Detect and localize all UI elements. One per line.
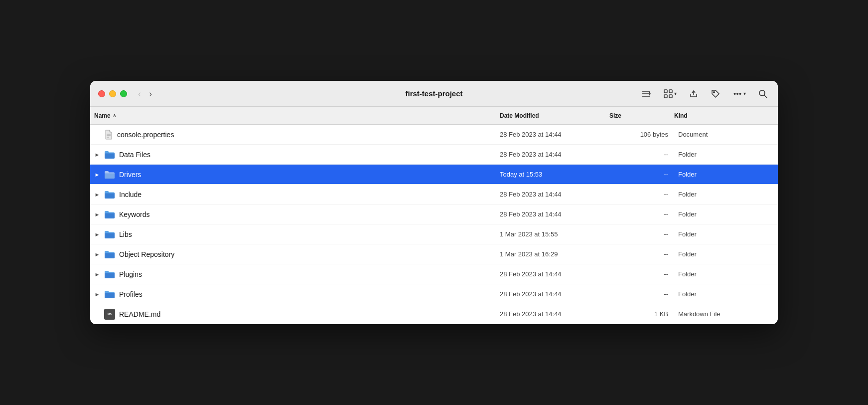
finder-window: ‹ › first-test-project [90,81,778,324]
folder-icon [104,210,115,219]
file-name-label: Profiles [119,290,143,298]
file-name-label: README.md [119,310,160,318]
table-row[interactable]: ► DriversToday at 15:53--Folder [90,165,778,185]
expand-chevron-icon[interactable]: ► [94,172,100,178]
size-cell: -- [609,230,674,238]
size-cell: -- [609,191,674,198]
kind-cell: Folder [674,210,774,218]
file-name-label: Data Files [119,151,150,159]
table-row[interactable]: MDREADME.md28 Feb 2023 at 14:441 KBMarkd… [90,304,778,324]
table-row[interactable]: ► Keywords28 Feb 2023 at 14:44--Folder [90,204,778,224]
kind-cell: Folder [674,270,774,278]
date-modified-cell: 28 Feb 2023 at 14:44 [500,151,609,158]
kind-cell: Markdown File [674,310,774,318]
grid-icon [663,89,673,99]
name-column-header[interactable]: Name ∧ [94,112,500,119]
more-button[interactable]: ▾ [730,87,748,101]
folder-icon [104,150,115,159]
file-list: console.properties28 Feb 2023 at 14:4410… [90,125,778,324]
table-row[interactable]: console.properties28 Feb 2023 at 14:4410… [90,125,778,145]
size-cell: -- [609,290,674,298]
expand-chevron-icon[interactable]: ► [94,152,100,158]
expand-chevron-icon[interactable]: ► [94,211,100,217]
search-button[interactable] [756,87,770,101]
forward-button[interactable]: › [146,87,155,100]
window-title: first-test-project [405,89,462,98]
nav-buttons: ‹ › [135,87,155,100]
tag-icon [711,89,721,99]
file-name-cell: ► Drivers [94,170,500,179]
size-cell: 106 bytes [609,131,674,138]
readme-icon: MD [104,309,115,320]
grid-chevron-icon: ▾ [674,91,677,96]
table-row[interactable]: ► Libs1 Mar 2023 at 15:55--Folder [90,224,778,244]
svg-point-10 [737,93,738,94]
size-column-header[interactable]: Size [609,112,674,119]
folder-icon [104,210,115,219]
folder-icon [104,190,115,199]
table-row[interactable]: ► Include28 Feb 2023 at 14:44--Folder [90,185,778,204]
folder-icon [104,290,115,299]
kind-cell: Folder [674,171,774,178]
expand-chevron-icon[interactable]: ► [94,231,100,237]
table-row[interactable]: ► Data Files28 Feb 2023 at 14:44--Folder [90,145,778,165]
svg-line-13 [764,95,767,98]
table-row[interactable]: ► Profiles28 Feb 2023 at 14:44--Folder [90,284,778,304]
file-name-cell: ► Libs [94,230,500,239]
date-modified-cell: Today at 15:53 [500,171,609,178]
list-view-button[interactable] [639,87,653,101]
back-button[interactable]: ‹ [135,87,144,100]
maximize-button[interactable] [120,90,127,97]
close-button[interactable] [98,90,105,97]
file-name-cell: console.properties [94,129,500,140]
folder-icon [104,230,115,239]
file-name-cell: ► Plugins [94,270,500,279]
traffic-lights [98,90,127,97]
expand-chevron-icon[interactable]: ► [94,291,100,297]
folder-icon [104,170,115,179]
folder-icon [104,170,115,179]
file-name-cell: ► Data Files [94,150,500,159]
file-icon [104,129,113,140]
folder-icon [104,290,115,299]
document-icon [104,130,113,140]
tag-button[interactable] [709,87,723,101]
folder-icon [104,250,115,259]
date-column-header[interactable]: Date Modified [500,112,609,119]
expand-chevron-icon[interactable]: ► [94,251,100,257]
size-cell: -- [609,151,674,158]
kind-column-header[interactable]: Kind [674,112,774,119]
date-modified-cell: 28 Feb 2023 at 14:44 [500,131,609,138]
date-modified-cell: 28 Feb 2023 at 14:44 [500,191,609,198]
svg-rect-6 [669,95,672,98]
column-headers: Name ∧ Date Modified Size Kind [90,107,778,125]
folder-icon [104,250,115,259]
svg-rect-3 [664,90,667,93]
share-button[interactable] [687,87,701,101]
search-icon [758,89,768,99]
file-name-label: console.properties [117,131,174,139]
svg-rect-5 [664,95,667,98]
svg-point-8 [714,91,715,92]
size-cell: -- [609,250,674,258]
share-icon [689,89,699,99]
table-row[interactable]: ► Object Repository1 Mar 2023 at 16:29--… [90,244,778,264]
file-name-label: Object Repository [119,250,174,258]
file-name-cell: ► Keywords [94,210,500,219]
minimize-button[interactable] [109,90,116,97]
date-modified-cell: 28 Feb 2023 at 14:44 [500,210,609,218]
file-name-cell: ► Profiles [94,290,500,299]
svg-rect-4 [669,90,672,93]
expand-chevron-icon[interactable]: ► [94,271,100,277]
date-modified-cell: 28 Feb 2023 at 14:44 [500,290,609,298]
svg-point-12 [759,90,765,96]
file-name-label: Libs [119,230,132,238]
kind-cell: Document [674,131,774,138]
date-modified-cell: 1 Mar 2023 at 15:55 [500,230,609,238]
grid-view-button[interactable]: ▾ [661,87,679,101]
expand-chevron-icon[interactable]: ► [94,192,100,198]
file-name-label: Plugins [119,270,142,278]
folder-icon [104,270,115,279]
file-name-label: Keywords [119,210,149,218]
table-row[interactable]: ► Plugins28 Feb 2023 at 14:44--Folder [90,264,778,284]
